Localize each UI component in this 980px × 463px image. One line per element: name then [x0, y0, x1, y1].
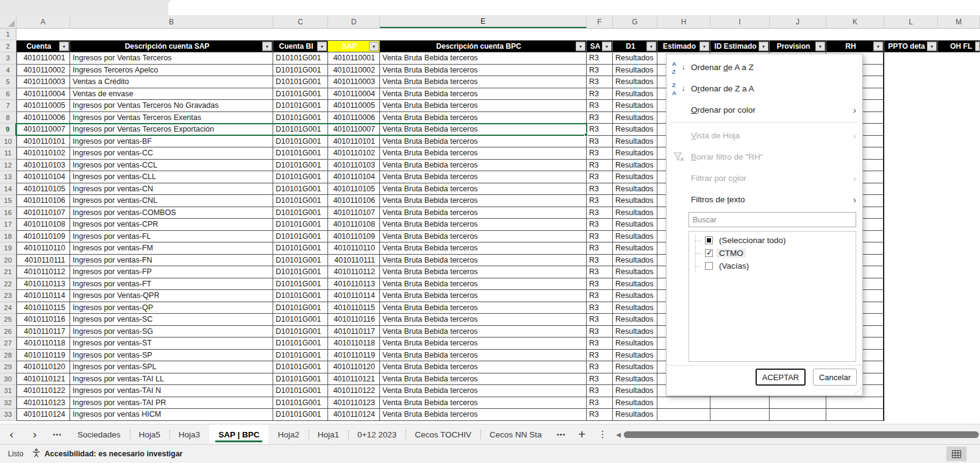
cell-B4[interactable]: Ingresos Terceros Apelco [70, 65, 273, 77]
cell-E8[interactable]: Venta Bruta Bebida terceros [380, 112, 587, 124]
cell-C27[interactable]: D10101G001 [273, 338, 328, 350]
cell-E9[interactable]: Venta Bruta Bebida terceros [380, 124, 587, 136]
cell-E32[interactable]: Venta Bruta Bebida terceros [380, 397, 587, 409]
cell-M11[interactable] [938, 147, 980, 160]
cell-D12[interactable]: 4010110103 [328, 160, 380, 172]
cell-L18[interactable] [884, 231, 938, 243]
column-header-D[interactable]: D [328, 15, 380, 28]
cell-D31[interactable]: 4010110122 [328, 385, 380, 397]
cell-G6[interactable]: Resultados [613, 88, 657, 101]
cell-A20[interactable]: 4010110111 [16, 255, 70, 267]
column-header-F[interactable]: F [587, 15, 613, 28]
status-mode[interactable]: Listo [0, 450, 32, 458]
cell-B22[interactable]: Ingresos por ventas-FT [70, 278, 273, 291]
cell-L24[interactable] [884, 302, 938, 314]
cell-L16[interactable] [884, 207, 938, 219]
cell-A21[interactable]: 4010110112 [16, 266, 70, 278]
cell-L5[interactable] [884, 76, 938, 88]
cell-A18[interactable]: 4010110109 [16, 231, 70, 243]
cell-E17[interactable]: Venta Bruta Bebida terceros [380, 219, 587, 231]
cell-B9[interactable]: Ingresos por Ventas Terceros Exportación [70, 124, 273, 136]
cell-G21[interactable]: Resultados [613, 266, 657, 278]
row-number-20[interactable]: 20 [0, 255, 16, 267]
filter-dropdown-icon-A[interactable]: ▼ [59, 42, 69, 51]
cell-F9[interactable]: R3 [587, 124, 613, 136]
cell-A3[interactable]: 4010110001 [16, 52, 70, 65]
cell-A23[interactable]: 4010110114 [16, 290, 70, 302]
cell-A8[interactable]: 4010110006 [16, 112, 70, 124]
cell-G4[interactable]: Resultados [613, 65, 657, 77]
cell-C4[interactable]: D10101G001 [273, 65, 328, 77]
filter-dropdown-icon-I[interactable]: ▼ [759, 42, 768, 51]
cell-E18[interactable]: Venta Bruta Bebida terceros [380, 231, 587, 243]
cell-M8[interactable] [938, 112, 980, 124]
cell-A11[interactable]: 4010110102 [16, 147, 70, 160]
sheet-tab-hoja1[interactable]: Hoja1 [309, 425, 348, 444]
cell-E25[interactable]: Venta Bruta Bebida terceros [380, 314, 587, 326]
cell-A4[interactable]: 4010110002 [16, 65, 70, 77]
cell-A22[interactable]: 4010110113 [16, 278, 70, 291]
cell-C16[interactable]: D10101G001 [273, 207, 328, 219]
cell-F6[interactable]: R3 [587, 88, 613, 101]
filter-dropdown-icon-B[interactable]: ▼ [262, 42, 272, 51]
row-number-19[interactable]: 19 [0, 242, 16, 255]
cell-B15[interactable]: Ingresos por ventas-CNL [70, 195, 273, 207]
cell-L26[interactable] [884, 326, 938, 338]
cell-C20[interactable]: D10101G001 [273, 255, 328, 267]
sheet-tab-hoja5[interactable]: Hoja5 [130, 425, 170, 444]
cell-G13[interactable]: Resultados [613, 171, 657, 183]
sheet-tab-cecos-nn-sta[interactable]: Cecos NN Sta [481, 425, 551, 444]
cell-D25[interactable]: 4010110116 [328, 314, 380, 326]
cell-A10[interactable]: 4010110101 [16, 136, 70, 148]
cell-B8[interactable]: Ingresos por Ventas Terceros Exentas [70, 112, 273, 124]
row-number-25[interactable]: 25 [0, 314, 16, 326]
cell-L31[interactable] [884, 385, 938, 397]
cell-G27[interactable]: Resultados [613, 338, 657, 350]
cell-G19[interactable]: Resultados [613, 242, 657, 255]
menu-item-text-filters[interactable]: Filtros de texto› [667, 189, 862, 210]
cell-G5[interactable]: Resultados [613, 76, 657, 88]
column-header-K[interactable]: K [826, 15, 884, 28]
cell-A31[interactable]: 4010110122 [16, 385, 70, 397]
cell-M16[interactable] [938, 207, 980, 219]
cell-M28[interactable] [938, 350, 980, 362]
cell-B27[interactable]: Ingresos por ventas-ST [70, 338, 273, 350]
cell-E30[interactable]: Venta Bruta Bebida terceros [380, 373, 587, 386]
cell-G29[interactable]: Resultados [613, 361, 657, 373]
cell-E14[interactable]: Venta Bruta Bebida terceros [380, 183, 587, 196]
cell-L3[interactable] [884, 52, 938, 65]
cell-E21[interactable]: Venta Bruta Bebida terceros [380, 266, 587, 278]
sheet-tab-sap-bpc[interactable]: SAP | BPC [209, 425, 268, 444]
add-sheet-icon[interactable]: + [571, 425, 592, 444]
cell-L12[interactable] [884, 160, 938, 172]
cell-B5[interactable]: Ventas a Crédito [70, 76, 273, 88]
cell-D11[interactable]: 4010110102 [328, 147, 380, 160]
cell-D29[interactable]: 4010110120 [328, 361, 380, 373]
next-sheet-icon[interactable]: › [23, 425, 46, 444]
column-header-L[interactable]: L [884, 15, 938, 28]
filter-dropdown-icon-G[interactable]: ▼ [646, 42, 656, 51]
cell-C7[interactable]: D10101G001 [273, 100, 328, 112]
cell-K32[interactable] [826, 397, 884, 409]
cell-L9[interactable] [884, 124, 938, 136]
filter-dropdown-icon-L[interactable]: ▼ [927, 42, 937, 51]
cell-D4[interactable]: 4010110002 [328, 65, 380, 77]
cell-F22[interactable]: R3 [587, 278, 613, 291]
cell-E7[interactable]: Venta Bruta Bebida terceros [380, 100, 587, 112]
filter-dropdown-icon-J[interactable]: ▼ [815, 42, 825, 51]
cell-B26[interactable]: Ingresos por ventas-SG [70, 326, 273, 338]
cell-A30[interactable]: 4010110121 [16, 373, 70, 386]
row-number-29[interactable]: 29 [0, 361, 16, 373]
row-number-30[interactable]: 30 [0, 373, 16, 386]
cell-F5[interactable]: R3 [587, 76, 613, 88]
cell-D6[interactable]: 4010110004 [328, 88, 380, 101]
row-number-31[interactable]: 31 [0, 385, 16, 397]
cell-F33[interactable]: R3 [587, 409, 613, 421]
cell-F10[interactable]: R3 [587, 136, 613, 148]
cell-G12[interactable]: Resultados [613, 160, 657, 172]
accept-button[interactable]: ACEPTAR [756, 369, 806, 386]
cell-D23[interactable]: 4010110114 [328, 290, 380, 302]
menu-item-sort-za[interactable]: ZA↓Ordenar de Z a A [667, 78, 862, 99]
cell-E23[interactable]: Venta Bruta Bebida terceros [380, 290, 587, 302]
cancel-button[interactable]: Cancelar [813, 369, 857, 386]
